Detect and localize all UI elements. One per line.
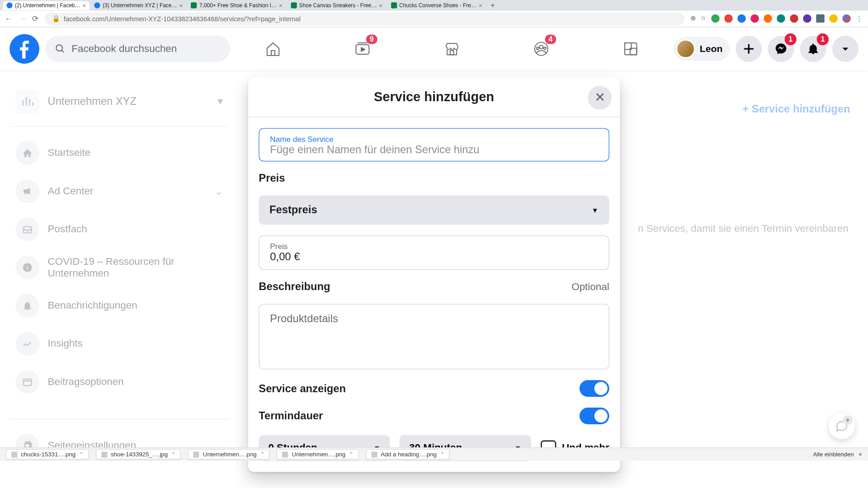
sidebar-item-notifications[interactable]: Benachrichtigungen — [9, 286, 229, 324]
watch-icon[interactable]: 9 — [330, 32, 395, 66]
sidebar-item-postoptions[interactable]: Beitragsoptionen — [9, 363, 229, 401]
download-item[interactable]: shoe-1433925_….jpg⌃ — [96, 449, 181, 459]
extension-icon[interactable] — [790, 14, 798, 23]
company-selector[interactable]: Unternehmen XYZ ▾ — [9, 84, 229, 119]
page-description: n Services, damit sie einen Termin verei… — [638, 223, 850, 235]
lock-icon: 🔒 — [52, 15, 60, 23]
field-label: Name des Service — [270, 135, 598, 144]
sidebar-item-inbox[interactable]: Postfach — [9, 211, 229, 249]
sidebar-item-adcenter[interactable]: Ad Center⌄ — [9, 172, 229, 210]
file-icon — [11, 451, 17, 457]
chevron-up-icon[interactable]: ⌃ — [171, 452, 175, 457]
browser-tab[interactable]: Chucks Converse Shoes - Fre…× — [387, 1, 486, 10]
extension-icon[interactable] — [777, 14, 785, 23]
facebook-logo[interactable] — [9, 34, 39, 64]
extension-icon[interactable] — [737, 14, 745, 23]
extension-icon[interactable] — [711, 14, 719, 23]
menu-icon[interactable]: ⋮ — [855, 14, 863, 23]
url-bar[interactable]: 🔒 facebook.com/Unternehmen-XYZ-104338234… — [45, 13, 684, 25]
service-name-field[interactable]: Name des Service — [259, 128, 609, 162]
download-bar: chucks-15331….png⌃ shoe-1433925_….jpg⌃ U… — [0, 447, 868, 460]
profile-name: Leon — [700, 43, 722, 54]
home-icon — [15, 141, 39, 165]
avatar — [676, 39, 695, 58]
sidebar-item-covid[interactable]: COVID-19 – Ressourcen für Unternehmen — [9, 249, 229, 286]
chevron-down-icon: ▾ — [217, 95, 223, 108]
new-message-button[interactable]: + — [829, 413, 855, 439]
browser-tab[interactable]: (3) Unternehmen XYZ | Face…× — [91, 1, 186, 10]
gaming-icon[interactable] — [598, 32, 664, 66]
extension-icon[interactable] — [803, 14, 811, 23]
extension-icon[interactable] — [724, 14, 732, 23]
info-icon — [15, 256, 39, 280]
show-service-toggle[interactable] — [580, 380, 609, 397]
price-input[interactable]: Preis 0,00 € — [259, 235, 609, 270]
search-input[interactable]: Facebook durchsuchen — [45, 36, 230, 62]
extension-icon[interactable] — [829, 14, 837, 23]
price-type-select[interactable]: Festpreis ▼ — [259, 196, 609, 225]
extension-icon[interactable] — [750, 14, 759, 23]
close-icon[interactable]: × — [82, 2, 86, 9]
close-icon[interactable]: × — [279, 2, 283, 9]
show-all-downloads[interactable]: Alle einblenden — [813, 451, 854, 458]
chevron-up-icon[interactable]: ⌃ — [349, 452, 353, 457]
field-label: Preis — [270, 242, 598, 251]
zoom-icon[interactable]: ⊕ — [690, 14, 696, 23]
chevron-up-icon[interactable]: ⌃ — [260, 452, 264, 457]
show-service-label: Service anzeigen — [259, 382, 346, 395]
duration-heading: Termindauer — [259, 410, 323, 422]
marketplace-icon[interactable] — [419, 32, 485, 66]
new-tab-button[interactable]: + — [487, 1, 498, 9]
profile-avatar-icon[interactable] — [842, 14, 850, 23]
download-item[interactable]: Unternehmen….png⌃ — [188, 449, 270, 459]
sidebar-item-home[interactable]: Startseite — [9, 134, 229, 172]
extension-icon[interactable] — [816, 14, 824, 23]
chevron-up-icon[interactable]: ⌃ — [79, 452, 83, 457]
badge: 4 — [545, 34, 557, 44]
svg-point-7 — [537, 47, 539, 49]
megaphone-icon — [15, 179, 39, 203]
browser-tab[interactable]: 7,000+ Free Shoe & Fashion I…× — [188, 1, 286, 10]
sidebar-item-insights[interactable]: Insights — [9, 325, 229, 363]
groups-icon[interactable]: 4 — [509, 32, 574, 66]
download-item[interactable]: chucks-15331….png⌃ — [6, 449, 89, 459]
download-item[interactable]: Unternehmen….png⌃ — [277, 449, 359, 459]
badge: 9 — [366, 34, 377, 44]
reload-icon[interactable]: ⟳ — [32, 14, 39, 23]
url-text: facebook.com/Unternehmen-XYZ-10433823463… — [64, 15, 301, 23]
profile-chip[interactable]: Leon — [674, 37, 730, 61]
close-button[interactable]: ✕ — [588, 86, 612, 110]
svg-rect-9 — [625, 43, 637, 55]
description-textarea[interactable]: Produktdetails — [259, 304, 609, 370]
chevron-up-icon[interactable]: ⌃ — [440, 452, 444, 457]
price-value: 0,00 € — [270, 251, 598, 263]
close-icon[interactable]: × — [479, 2, 482, 9]
textarea-placeholder: Produktdetails — [270, 313, 598, 325]
badge: 1 — [817, 33, 829, 45]
company-name: Unternehmen XYZ — [47, 95, 137, 108]
description-heading: Beschreibung — [259, 281, 330, 293]
close-icon[interactable]: × — [859, 451, 862, 458]
badge: 1 — [784, 33, 796, 45]
messenger-icon[interactable]: 1 — [768, 36, 794, 62]
download-item[interactable]: Add a heading….png⌃ — [366, 449, 450, 459]
close-icon[interactable]: × — [179, 2, 183, 9]
browser-toolbar: ← → ⟳ 🔒 facebook.com/Unternehmen-XYZ-104… — [0, 11, 868, 28]
tools-icon — [15, 370, 39, 394]
extension-icon[interactable] — [764, 14, 772, 23]
close-icon[interactable]: × — [379, 2, 382, 9]
forward-icon[interactable]: → — [19, 14, 26, 23]
star-icon[interactable]: ☆ — [700, 14, 706, 23]
svg-point-8 — [544, 47, 546, 49]
back-icon[interactable]: ← — [5, 14, 13, 23]
create-icon[interactable] — [736, 36, 762, 62]
duration-toggle[interactable] — [580, 408, 609, 424]
browser-tab[interactable]: (2) Unternehmen | Faceb…× — [3, 1, 90, 10]
browser-tab-strip: (2) Unternehmen | Faceb…× (3) Unternehme… — [0, 0, 868, 11]
browser-tab[interactable]: Shoe Canvas Sneakers - Free…× — [287, 1, 386, 10]
home-icon[interactable] — [240, 32, 306, 66]
account-menu-icon[interactable] — [832, 36, 859, 62]
notifications-icon[interactable]: 1 — [800, 36, 826, 62]
svg-point-6 — [539, 45, 543, 49]
service-name-input[interactable] — [270, 144, 598, 156]
